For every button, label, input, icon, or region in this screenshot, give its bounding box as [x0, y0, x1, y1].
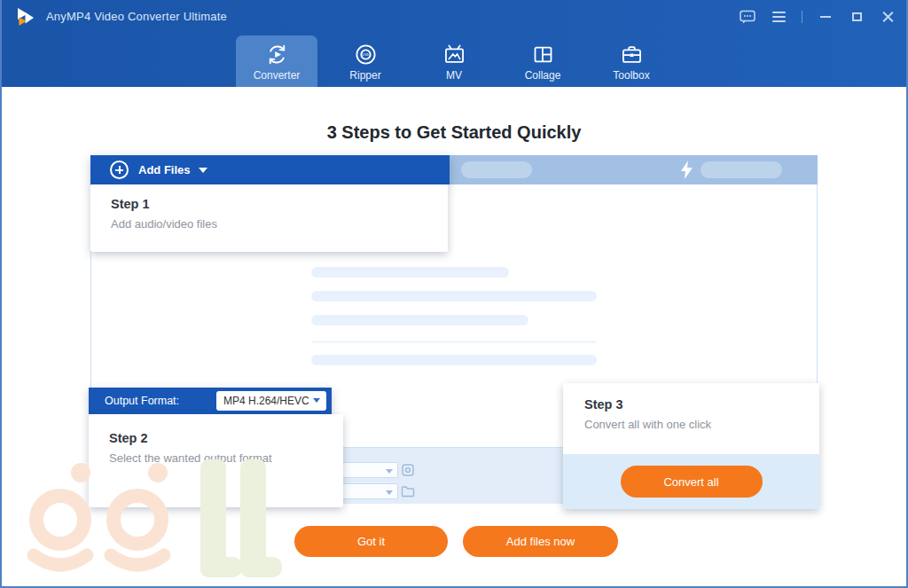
tab-ripper[interactable]: DVD Ripper: [325, 35, 406, 87]
chevron-down-icon: [313, 398, 320, 403]
tv-picture-icon: [442, 42, 466, 67]
close-button[interactable]: [880, 9, 896, 25]
skeleton-line: [311, 355, 597, 365]
tab-label: MV: [446, 69, 462, 82]
tab-mv[interactable]: MV: [413, 35, 495, 87]
app-logo-icon: [14, 6, 35, 27]
add-files-button[interactable]: Add Files: [90, 155, 450, 184]
main-nav: Converter DVD Ripper: [0, 34, 908, 87]
minimize-button[interactable]: [818, 9, 834, 25]
skeleton-line: [311, 291, 597, 302]
header: AnyMP4 Video Converter Ultimate: [0, 0, 908, 87]
convert-strip: Convert all: [563, 454, 819, 509]
step3-card: Step 3 Convert all with one click Conver…: [563, 383, 819, 509]
briefcase-icon: [620, 42, 644, 67]
add-files-label: Add Files: [138, 163, 191, 176]
folder-icon: [401, 484, 415, 498]
step2-title: Step 2: [109, 431, 343, 445]
lightning-icon: [681, 161, 693, 179]
svg-text:DVD: DVD: [362, 52, 370, 57]
plus-circle-icon: [110, 161, 129, 179]
collage-grid-icon: [531, 42, 555, 67]
tab-label: Ripper: [349, 69, 380, 82]
tab-label: Collage: [525, 69, 561, 82]
tab-label: Converter: [254, 69, 301, 82]
convert-all-button[interactable]: Convert all: [621, 466, 763, 498]
skeleton-line: [311, 267, 509, 278]
tab-converter[interactable]: Converter: [236, 35, 317, 87]
tab-toolbox[interactable]: Toolbox: [591, 35, 672, 87]
dvd-disc-icon: DVD: [354, 42, 378, 67]
add-files-now-button[interactable]: Add files now: [463, 526, 618, 557]
tutorial-heading: 3 Steps to Get Started Quickly: [2, 122, 906, 143]
step2-description: Select the wanted output format: [109, 451, 343, 465]
step1-title: Step 1: [111, 197, 448, 211]
menu-icon[interactable]: [771, 9, 787, 25]
step1-description: Add audio/video files: [111, 217, 448, 231]
toolbar-skeleton-pill: [701, 161, 782, 178]
titlebar: AnyMP4 Video Converter Ultimate: [0, 0, 908, 34]
app-window: AnyMP4 Video Converter Ultimate: [0, 0, 908, 588]
converter-sync-play-icon: [265, 42, 289, 67]
skeleton-line: [311, 315, 528, 325]
maximize-button[interactable]: [849, 9, 865, 25]
tab-collage[interactable]: Collage: [502, 35, 583, 87]
output-format-select[interactable]: MP4 H.264/HEVC: [216, 391, 326, 411]
step1-card: Step 1 Add audio/video files: [90, 184, 448, 252]
window-title: AnyMP4 Video Converter Ultimate: [46, 10, 227, 23]
settings-square-icon: [401, 463, 415, 477]
skeleton-line: [311, 341, 597, 343]
output-format-bar: Output Format: MP4 H.264/HEVC: [89, 388, 332, 414]
step3-title: Step 3: [584, 397, 819, 412]
step3-description: Convert all with one click: [584, 418, 819, 431]
feedback-icon[interactable]: [740, 9, 755, 25]
content-area: 3 Steps to Get Started Quickly: [2, 87, 906, 586]
titlebar-separator: [802, 11, 802, 23]
got-it-button[interactable]: Got it: [294, 526, 448, 557]
chevron-down-icon: [199, 168, 207, 173]
tab-label: Toolbox: [613, 69, 649, 82]
step2-card: Step 2 Select the wanted output format: [89, 414, 343, 507]
titlebar-controls: [740, 0, 896, 34]
output-format-label: Output Format:: [105, 395, 179, 407]
output-format-value: MP4 H.264/HEVC: [223, 395, 309, 407]
toolbar-skeleton-pill: [461, 161, 532, 178]
